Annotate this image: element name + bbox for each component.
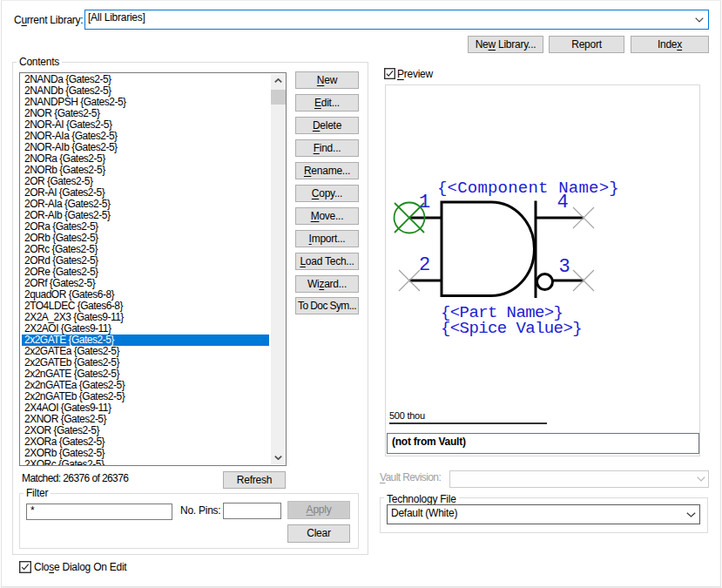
svg-text:{<Component Name>}: {<Component Name>} xyxy=(437,179,619,198)
svg-text:3: 3 xyxy=(559,256,570,278)
svg-text:{<Spice Value>}: {<Spice Value>} xyxy=(441,319,582,338)
svg-text:2: 2 xyxy=(419,254,430,276)
svg-text:1: 1 xyxy=(419,192,430,213)
svg-text:4: 4 xyxy=(557,192,569,213)
